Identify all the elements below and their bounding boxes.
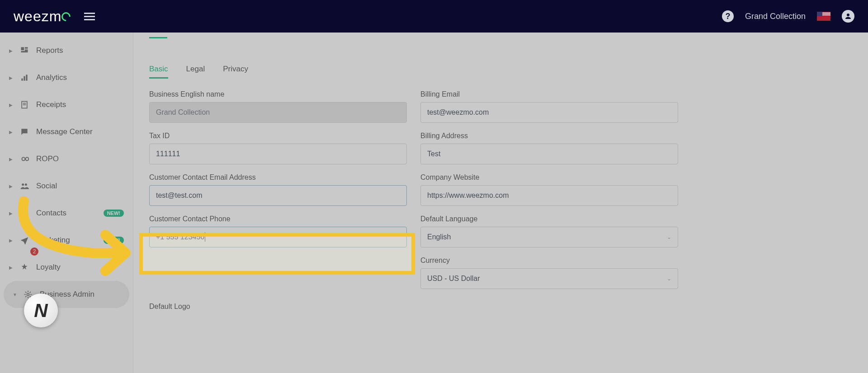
chevron-right-icon: ▶ xyxy=(9,184,13,189)
receipt-icon xyxy=(19,99,30,110)
svg-rect-3 xyxy=(25,50,28,51)
subtabs: Basic Legal Privacy xyxy=(149,61,852,79)
guide-widget-icon[interactable]: N xyxy=(24,294,58,327)
app-header: weezm ? Grand Collection xyxy=(0,0,868,33)
new-badge: NEW! xyxy=(104,210,124,217)
contact-phone-label: Customer Contact Phone xyxy=(149,215,407,223)
svg-rect-2 xyxy=(25,47,28,49)
tax-id-label: Tax ID xyxy=(149,132,407,140)
help-icon[interactable]: ? xyxy=(722,10,734,22)
chevron-right-icon: ▶ xyxy=(9,265,13,270)
contact-phone-input[interactable]: +1 555 123456 xyxy=(149,227,407,247)
menu-toggle-button[interactable] xyxy=(84,11,95,22)
contact-email-label: Customer Contact Email Address xyxy=(149,173,407,182)
currency-value: USD - US Dollar xyxy=(427,275,480,283)
currency-select[interactable]: USD - US Dollar ⌄ xyxy=(420,268,678,289)
tax-id-input[interactable] xyxy=(149,144,407,164)
currency-label: Currency xyxy=(420,256,678,265)
company-website-input[interactable] xyxy=(420,185,678,206)
svg-rect-7 xyxy=(26,75,27,80)
contact-icon xyxy=(19,208,30,219)
chart-icon xyxy=(19,72,30,83)
subtab-legal[interactable]: Legal xyxy=(186,61,205,79)
billing-address-input[interactable] xyxy=(420,144,678,164)
main-content: Basic Legal Privacy Business English nam… xyxy=(133,33,868,373)
notification-badge: 2 xyxy=(30,247,38,256)
chevron-right-icon: ▶ xyxy=(9,238,13,243)
business-name-label: Business English name xyxy=(149,90,407,98)
user-avatar-icon[interactable] xyxy=(842,10,854,23)
chevron-right-icon: ▶ xyxy=(9,103,13,107)
infinity-icon xyxy=(19,154,30,164)
form-grid: Business English name Billing Email Tax … xyxy=(149,90,852,289)
svg-point-15 xyxy=(27,294,29,296)
chevron-right-icon: ▶ xyxy=(9,157,13,162)
billing-email-input[interactable] xyxy=(420,102,678,123)
sidebar-item-social[interactable]: ▶ Social xyxy=(0,173,133,200)
sidebar: ▶ Reports ▶ Analytics ▶ Receipts ▶ Messa… xyxy=(0,33,133,373)
sidebar-item-reports[interactable]: ▶ Reports xyxy=(0,37,133,64)
sidebar-item-label: Contacts xyxy=(36,209,100,218)
svg-rect-6 xyxy=(24,76,25,81)
svg-point-11 xyxy=(22,183,24,186)
sidebar-item-contacts[interactable]: ▶ Contacts NEW! xyxy=(0,200,133,227)
company-website-label: Company Website xyxy=(420,173,678,182)
message-icon xyxy=(19,126,30,137)
people-icon xyxy=(19,181,30,191)
sidebar-item-marketing[interactable]: ▶ Marketing NEW! xyxy=(0,227,133,254)
default-language-label: Default Language xyxy=(420,215,678,223)
chevron-right-icon: ▶ xyxy=(9,75,13,80)
org-name-label[interactable]: Grand Collection xyxy=(745,12,806,21)
sidebar-item-ropo[interactable]: ▶ ROPO xyxy=(0,145,133,173)
sidebar-item-label: Message Center xyxy=(36,127,124,136)
default-logo-label: Default Logo xyxy=(149,303,852,311)
billing-email-label: Billing Email xyxy=(420,90,678,98)
default-language-select[interactable]: English ⌄ xyxy=(420,227,678,247)
sidebar-item-message-center[interactable]: ▶ Message Center xyxy=(0,118,133,145)
subtab-privacy[interactable]: Privacy xyxy=(223,61,248,79)
contact-email-input[interactable] xyxy=(149,185,407,206)
business-name-input[interactable] xyxy=(149,102,407,123)
sidebar-item-receipts[interactable]: ▶ Receipts xyxy=(0,91,133,118)
sidebar-item-label: Receipts xyxy=(36,100,124,109)
chevron-right-icon: ▶ xyxy=(9,48,13,53)
sidebar-item-label: Reports xyxy=(36,46,124,55)
logo-text: weezm xyxy=(14,8,61,24)
sidebar-item-label: ROPO xyxy=(36,154,124,163)
text-cursor-icon xyxy=(205,233,205,242)
send-icon xyxy=(19,235,30,246)
sidebar-item-loyalty[interactable]: ▶ Loyalty 2 xyxy=(0,254,133,281)
svg-rect-1 xyxy=(21,47,24,51)
logo: weezm xyxy=(14,8,71,25)
sidebar-item-label: Loyalty xyxy=(36,263,124,272)
sidebar-item-business-admin[interactable]: ▼ Business Admin xyxy=(4,281,129,308)
svg-point-0 xyxy=(847,14,849,16)
chevron-right-icon: ▶ xyxy=(9,130,13,135)
default-language-value: English xyxy=(427,233,451,241)
chevron-right-icon: ▶ xyxy=(9,211,13,216)
sidebar-item-label: Marketing xyxy=(36,236,100,245)
loyalty-icon xyxy=(19,262,30,273)
svg-point-12 xyxy=(25,183,27,186)
svg-point-14 xyxy=(24,211,26,214)
sidebar-item-analytics[interactable]: ▶ Analytics xyxy=(0,64,133,91)
chevron-down-icon: ⌄ xyxy=(667,234,671,240)
chevron-down-icon: ▼ xyxy=(13,292,16,297)
contact-phone-value: +1 555 123456 xyxy=(156,233,204,241)
logo-o-icon xyxy=(60,10,72,23)
svg-rect-4 xyxy=(21,51,28,52)
sidebar-item-label: Analytics xyxy=(36,73,124,82)
flag-us-icon[interactable] xyxy=(817,12,830,21)
new-badge: NEW! xyxy=(104,237,124,244)
dashboard-icon xyxy=(19,45,30,56)
subtab-basic[interactable]: Basic xyxy=(149,61,168,79)
chevron-down-icon: ⌄ xyxy=(667,275,671,282)
billing-address-label: Billing Address xyxy=(420,132,678,140)
svg-rect-5 xyxy=(21,79,23,81)
sidebar-item-label: Social xyxy=(36,182,124,191)
